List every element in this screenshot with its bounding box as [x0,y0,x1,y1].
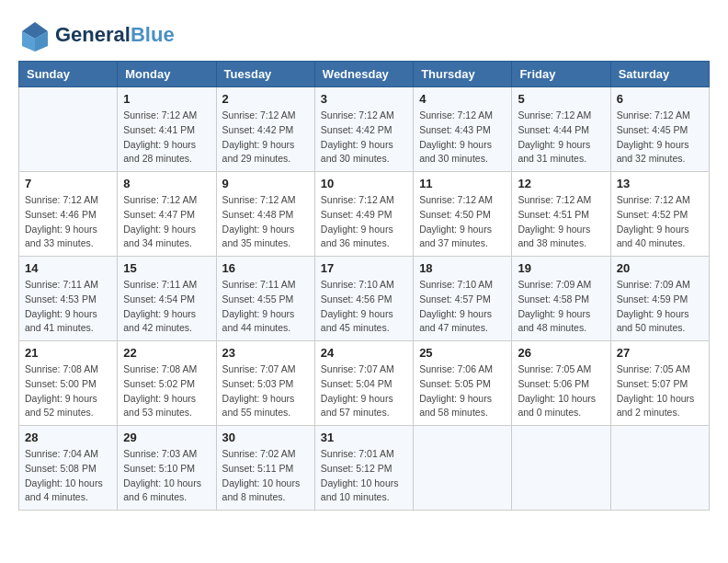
calendar-cell: 9Sunrise: 7:12 AM Sunset: 4:48 PM Daylig… [216,172,314,257]
day-info: Sunrise: 7:11 AM Sunset: 4:53 PM Dayligh… [25,278,111,336]
week-row-3: 14Sunrise: 7:11 AM Sunset: 4:53 PM Dayli… [19,257,710,341]
day-number: 10 [321,177,407,190]
day-info: Sunrise: 7:05 AM Sunset: 5:06 PM Dayligh… [518,362,604,420]
calendar-cell [414,426,512,511]
col-header-wednesday: Wednesday [314,62,413,87]
calendar-cell: 15Sunrise: 7:11 AM Sunset: 4:54 PM Dayli… [118,257,216,341]
day-info: Sunrise: 7:05 AM Sunset: 5:07 PM Dayligh… [617,362,703,420]
day-info: Sunrise: 7:10 AM Sunset: 4:57 PM Dayligh… [419,278,506,336]
calendar-cell: 31Sunrise: 7:01 AM Sunset: 5:12 PM Dayli… [314,426,413,511]
day-info: Sunrise: 7:12 AM Sunset: 4:49 PM Dayligh… [321,193,407,251]
day-info: Sunrise: 7:12 AM Sunset: 4:44 PM Dayligh… [518,109,604,167]
day-info: Sunrise: 7:12 AM Sunset: 4:51 PM Dayligh… [518,193,604,251]
calendar-cell: 25Sunrise: 7:06 AM Sunset: 5:05 PM Dayli… [414,341,512,426]
day-number: 7 [25,177,111,190]
day-info: Sunrise: 7:12 AM Sunset: 4:41 PM Dayligh… [123,109,210,167]
calendar-cell: 22Sunrise: 7:08 AM Sunset: 5:02 PM Dayli… [118,341,216,426]
day-number: 9 [222,177,309,190]
day-number: 3 [321,92,407,106]
day-number: 6 [617,92,703,106]
calendar-cell [19,87,118,172]
page-header: GeneralBlue [18,18,710,52]
day-info: Sunrise: 7:12 AM Sunset: 4:52 PM Dayligh… [617,193,703,251]
calendar-cell: 10Sunrise: 7:12 AM Sunset: 4:49 PM Dayli… [314,172,413,257]
col-header-thursday: Thursday [414,62,512,87]
day-info: Sunrise: 7:12 AM Sunset: 4:43 PM Dayligh… [419,109,506,167]
day-number: 18 [419,261,506,275]
day-number: 19 [518,261,604,275]
day-number: 22 [123,346,210,360]
day-number: 2 [222,92,309,106]
day-number: 24 [321,346,407,360]
day-number: 13 [617,177,703,190]
calendar-cell: 24Sunrise: 7:07 AM Sunset: 5:04 PM Dayli… [314,341,413,426]
logo-icon [18,18,51,52]
day-info: Sunrise: 7:12 AM Sunset: 4:46 PM Dayligh… [25,193,111,251]
calendar-cell: 8Sunrise: 7:12 AM Sunset: 4:47 PM Daylig… [118,172,216,257]
day-number: 11 [419,177,506,190]
calendar-cell: 7Sunrise: 7:12 AM Sunset: 4:46 PM Daylig… [19,172,118,257]
day-info: Sunrise: 7:08 AM Sunset: 5:00 PM Dayligh… [25,362,111,420]
calendar-cell: 30Sunrise: 7:02 AM Sunset: 5:11 PM Dayli… [216,426,314,511]
day-info: Sunrise: 7:12 AM Sunset: 4:48 PM Dayligh… [222,193,309,251]
day-number: 12 [518,177,604,190]
day-number: 29 [123,431,210,444]
day-info: Sunrise: 7:02 AM Sunset: 5:11 PM Dayligh… [222,447,309,505]
calendar-cell: 14Sunrise: 7:11 AM Sunset: 4:53 PM Dayli… [19,257,118,341]
calendar-cell: 2Sunrise: 7:12 AM Sunset: 4:42 PM Daylig… [216,87,314,172]
calendar-cell: 21Sunrise: 7:08 AM Sunset: 5:00 PM Dayli… [19,341,118,426]
col-header-monday: Monday [118,62,216,87]
day-info: Sunrise: 7:12 AM Sunset: 4:42 PM Dayligh… [321,109,407,167]
day-number: 8 [123,177,210,190]
calendar-cell: 13Sunrise: 7:12 AM Sunset: 4:52 PM Dayli… [610,172,709,257]
calendar-cell: 18Sunrise: 7:10 AM Sunset: 4:57 PM Dayli… [414,257,512,341]
day-number: 1 [123,92,210,106]
day-info: Sunrise: 7:04 AM Sunset: 5:08 PM Dayligh… [25,447,111,505]
day-number: 25 [419,346,506,360]
day-info: Sunrise: 7:12 AM Sunset: 4:42 PM Dayligh… [222,109,309,167]
logo-text: GeneralBlue [55,23,175,47]
day-number: 31 [321,431,407,444]
calendar-cell: 4Sunrise: 7:12 AM Sunset: 4:43 PM Daylig… [414,87,512,172]
day-info: Sunrise: 7:12 AM Sunset: 4:50 PM Dayligh… [419,193,506,251]
calendar-cell: 29Sunrise: 7:03 AM Sunset: 5:10 PM Dayli… [118,426,216,511]
day-info: Sunrise: 7:03 AM Sunset: 5:10 PM Dayligh… [123,447,210,505]
day-info: Sunrise: 7:09 AM Sunset: 4:59 PM Dayligh… [617,278,703,336]
day-number: 28 [25,431,111,444]
week-row-1: 1Sunrise: 7:12 AM Sunset: 4:41 PM Daylig… [19,87,710,172]
day-number: 26 [518,346,604,360]
col-header-saturday: Saturday [610,62,709,87]
calendar-cell: 28Sunrise: 7:04 AM Sunset: 5:08 PM Dayli… [19,426,118,511]
day-number: 4 [419,92,506,106]
day-info: Sunrise: 7:06 AM Sunset: 5:05 PM Dayligh… [419,362,506,420]
day-number: 16 [222,261,309,275]
day-info: Sunrise: 7:01 AM Sunset: 5:12 PM Dayligh… [321,447,407,505]
week-row-5: 28Sunrise: 7:04 AM Sunset: 5:08 PM Dayli… [19,426,710,511]
calendar-cell: 19Sunrise: 7:09 AM Sunset: 4:58 PM Dayli… [512,257,610,341]
col-header-tuesday: Tuesday [216,62,314,87]
calendar-cell: 6Sunrise: 7:12 AM Sunset: 4:45 PM Daylig… [610,87,709,172]
day-info: Sunrise: 7:12 AM Sunset: 4:47 PM Dayligh… [123,193,210,251]
day-number: 27 [617,346,703,360]
calendar-cell: 12Sunrise: 7:12 AM Sunset: 4:51 PM Dayli… [512,172,610,257]
day-info: Sunrise: 7:11 AM Sunset: 4:54 PM Dayligh… [123,278,210,336]
day-info: Sunrise: 7:07 AM Sunset: 5:03 PM Dayligh… [222,362,309,420]
col-header-friday: Friday [512,62,610,87]
day-info: Sunrise: 7:09 AM Sunset: 4:58 PM Dayligh… [518,278,604,336]
day-number: 5 [518,92,604,106]
day-number: 14 [25,261,111,275]
day-number: 30 [222,431,309,444]
calendar-cell [610,426,709,511]
week-row-2: 7Sunrise: 7:12 AM Sunset: 4:46 PM Daylig… [19,172,710,257]
calendar-cell: 26Sunrise: 7:05 AM Sunset: 5:06 PM Dayli… [512,341,610,426]
calendar-cell: 11Sunrise: 7:12 AM Sunset: 4:50 PM Dayli… [414,172,512,257]
day-number: 20 [617,261,703,275]
calendar-cell: 3Sunrise: 7:12 AM Sunset: 4:42 PM Daylig… [314,87,413,172]
day-info: Sunrise: 7:12 AM Sunset: 4:45 PM Dayligh… [617,109,703,167]
day-info: Sunrise: 7:08 AM Sunset: 5:02 PM Dayligh… [123,362,210,420]
day-number: 23 [222,346,309,360]
calendar-cell: 27Sunrise: 7:05 AM Sunset: 5:07 PM Dayli… [610,341,709,426]
calendar-cell [512,426,610,511]
calendar-cell: 5Sunrise: 7:12 AM Sunset: 4:44 PM Daylig… [512,87,610,172]
day-number: 17 [321,261,407,275]
